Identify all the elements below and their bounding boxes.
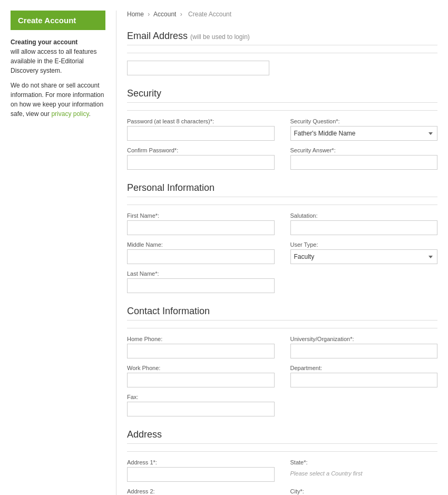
breadcrumb: Home › Account › Create Account — [127, 11, 437, 22]
security-question-label: Security Question*: — [290, 118, 438, 124]
salutation-input[interactable] — [290, 220, 438, 235]
address-row2: Address 2: City*: — [127, 488, 437, 495]
sidebar-privacy-link[interactable]: privacy policy — [51, 110, 89, 118]
security-section: Security Password (at least 8 characters… — [127, 88, 437, 170]
sidebar-body: Creating your account will allow access … — [11, 37, 105, 119]
personal-row1: First Name*: Salutation: — [127, 212, 437, 235]
email-input[interactable] — [127, 61, 269, 75]
address1-input[interactable] — [127, 467, 275, 482]
contact-row2: Work Phone: Department: — [127, 365, 437, 387]
breadcrumb-account[interactable]: Account — [153, 11, 176, 18]
sidebar-header: Create Account — [11, 11, 105, 30]
address-section: Address Address 1*: State*: Please selec… — [127, 429, 437, 495]
salutation-label: Salutation: — [290, 212, 438, 219]
last-name-label: Last Name*: — [127, 270, 275, 277]
security-row2: Confirm Password*: Security Answer*: — [127, 147, 437, 170]
address-row1: Address 1*: State*: Please select a Coun… — [127, 459, 437, 482]
sidebar-intro-text: will allow access to all features availa… — [11, 48, 96, 74]
home-phone-label: Home Phone: — [127, 336, 275, 342]
university-input[interactable] — [290, 344, 438, 358]
breadcrumb-sep2: › — [180, 11, 182, 18]
user-type-select[interactable]: Faculty Student Staff Other — [290, 249, 438, 264]
university-label: University/Organization*: — [290, 336, 438, 342]
contact-section: Contact Information Home Phone: Universi… — [127, 306, 437, 416]
department-group: Department: — [290, 365, 438, 387]
address2-label: Address 2: — [127, 488, 275, 494]
home-phone-input[interactable] — [127, 344, 275, 358]
fax-label: Fax: — [127, 394, 275, 400]
work-phone-input[interactable] — [127, 373, 275, 387]
personal-section: Personal Information First Name*: Saluta… — [127, 182, 437, 293]
middle-name-group: Middle Name: — [127, 241, 275, 264]
home-phone-group: Home Phone: — [127, 336, 275, 358]
first-name-label: First Name*: — [127, 212, 275, 219]
security-row1: Password (at least 8 characters)*: Secur… — [127, 118, 437, 141]
email-section: Email Address (will be used to login) — [127, 31, 437, 75]
user-type-group: User Type: Faculty Student Staff Other — [290, 241, 438, 264]
security-answer-input[interactable] — [290, 155, 438, 170]
confirm-password-group: Confirm Password*: — [127, 147, 275, 170]
state-label: State*: — [290, 459, 438, 465]
main-content: Home › Account › Create Account Email Ad… — [116, 11, 437, 495]
password-input[interactable] — [127, 126, 275, 141]
breadcrumb-home[interactable]: Home — [127, 11, 144, 18]
last-name-input[interactable] — [127, 278, 275, 293]
first-name-group: First Name*: — [127, 212, 275, 235]
sidebar-privacy-text2: . — [89, 110, 91, 118]
confirm-password-label: Confirm Password*: — [127, 147, 275, 153]
address2-group: Address 2: — [127, 488, 275, 495]
security-question-group: Security Question*: Father's Middle Name… — [290, 118, 438, 141]
security-answer-group: Security Answer*: — [290, 147, 438, 170]
email-input-row — [127, 61, 437, 75]
department-label: Department: — [290, 365, 438, 371]
department-input[interactable] — [290, 373, 438, 387]
first-name-input[interactable] — [127, 220, 275, 235]
breadcrumb-sep1: › — [148, 11, 150, 18]
confirm-password-input[interactable] — [127, 155, 275, 170]
security-question-select[interactable]: Father's Middle Name Mother's Maiden Nam… — [290, 126, 438, 141]
password-label: Password (at least 8 characters)*: — [127, 118, 275, 124]
middle-name-label: Middle Name: — [127, 241, 275, 248]
security-answer-label: Security Answer*: — [290, 147, 438, 153]
personal-row3: Last Name*: — [127, 270, 437, 293]
sidebar-intro-bold: Creating your account — [11, 38, 77, 46]
password-group: Password (at least 8 characters)*: — [127, 118, 275, 141]
fax-input[interactable] — [127, 402, 275, 416]
email-section-title: Email Address (will be used to login) — [127, 31, 437, 45]
salutation-group: Salutation: — [290, 212, 438, 235]
contact-placeholder-group — [290, 394, 438, 416]
city-group: City*: — [290, 488, 438, 495]
address1-label: Address 1*: — [127, 459, 275, 465]
middle-name-input[interactable] — [127, 249, 275, 264]
last-name-group: Last Name*: — [127, 270, 275, 293]
city-label: City*: — [290, 488, 438, 494]
contact-section-title: Contact Information — [127, 306, 437, 321]
work-phone-label: Work Phone: — [127, 365, 275, 371]
work-phone-group: Work Phone: — [127, 365, 275, 387]
security-section-title: Security — [127, 88, 437, 103]
address1-group: Address 1*: — [127, 459, 275, 482]
state-group: State*: Please select a Country first — [290, 459, 438, 482]
fax-group: Fax: — [127, 394, 275, 416]
address-section-title: Address — [127, 429, 437, 444]
contact-row3: Fax: — [127, 394, 437, 416]
personal-row2: Middle Name: User Type: Faculty Student … — [127, 241, 437, 264]
breadcrumb-current: Create Account — [188, 11, 231, 18]
personal-placeholder-group — [290, 270, 438, 293]
user-type-label: User Type: — [290, 241, 438, 248]
university-group: University/Organization*: — [290, 336, 438, 358]
contact-row1: Home Phone: University/Organization*: — [127, 336, 437, 358]
sidebar: Create Account Creating your account wil… — [11, 11, 116, 495]
personal-section-title: Personal Information — [127, 182, 437, 197]
state-placeholder: Please select a Country first — [290, 467, 438, 478]
